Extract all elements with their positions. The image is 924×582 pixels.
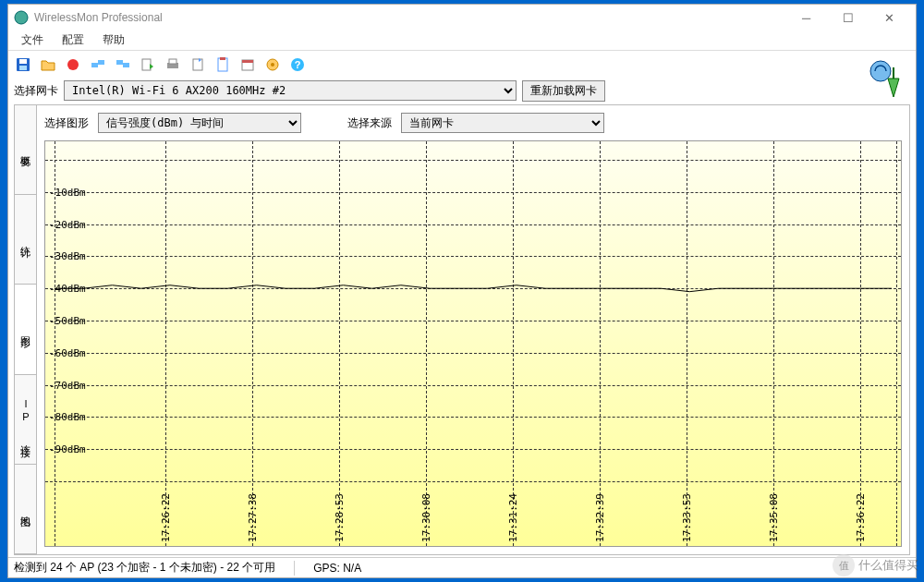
minimize-button[interactable]: ─: [785, 5, 827, 30]
source-label: 选择来源: [347, 115, 392, 131]
svg-rect-7: [116, 60, 123, 65]
tab-graph[interactable]: 图形: [15, 285, 36, 374]
tab-summary[interactable]: 概要: [15, 105, 36, 195]
svg-rect-11: [169, 59, 176, 64]
help-icon[interactable]: ?: [286, 54, 309, 76]
app-icon: [14, 10, 29, 25]
nic-select[interactable]: Intel(R) Wi-Fi 6 AX200 160MHz #2: [64, 80, 517, 101]
nic-label: 选择网卡: [14, 83, 58, 99]
window-controls: ─ ☐ ✕: [785, 5, 910, 30]
network1-icon[interactable]: [87, 54, 109, 76]
side-tabs: 概要 统计 图形 IP 连接 地图: [15, 105, 37, 554]
svg-rect-3: [19, 66, 27, 70]
save-icon[interactable]: [12, 54, 34, 76]
nic-row: 选择网卡 Intel(R) Wi-Fi 6 AX200 160MHz #2 重新…: [8, 79, 916, 103]
svg-point-4: [67, 59, 79, 70]
record-icon[interactable]: [62, 54, 84, 76]
statusbar: 检测到 24 个 AP (23 个加密 - 1 个未加密) - 22 个可用 G…: [8, 557, 916, 577]
svg-rect-12: [193, 59, 202, 70]
svg-rect-8: [123, 63, 129, 67]
signal-line: [55, 285, 892, 292]
menu-help[interactable]: 帮助: [93, 30, 134, 50]
chart-area: -10dBm-20dBm-30dBm-40dBm-50dBm-60dBm-70d…: [44, 140, 902, 547]
tab-stats[interactable]: 统计: [15, 195, 36, 285]
print-icon[interactable]: [162, 54, 184, 76]
source-select[interactable]: 当前网卡: [401, 113, 604, 133]
open-icon[interactable]: [37, 54, 59, 76]
svg-text:?: ?: [295, 59, 301, 70]
maximize-button[interactable]: ☐: [827, 5, 869, 30]
svg-rect-2: [19, 59, 27, 64]
network2-icon[interactable]: [112, 54, 134, 76]
reload-nic-button[interactable]: 重新加载网卡: [522, 80, 605, 102]
window-title: WirelessMon Professional: [34, 11, 785, 24]
content-area: 概要 统计 图形 IP 连接 地图 选择图形 信号强度(dBm) 与时间 选择来…: [14, 104, 910, 555]
chart-type-select[interactable]: 信号强度(dBm) 与时间: [98, 113, 301, 133]
menubar: 文件 配置 帮助: [8, 30, 916, 51]
status-ap: 检测到 24 个 AP (23 个加密 - 1 个未加密) - 22 个可用: [14, 560, 275, 576]
menu-file[interactable]: 文件: [12, 30, 53, 50]
calendar-icon[interactable]: [237, 54, 259, 76]
svg-rect-14: [220, 57, 225, 60]
svg-rect-16: [242, 60, 253, 63]
watermark-badge: 值: [833, 554, 855, 576]
svg-rect-6: [98, 60, 104, 65]
app-window: WirelessMon Professional ─ ☐ ✕ 文件 配置 帮助 …: [7, 4, 917, 578]
svg-point-0: [15, 11, 28, 24]
menu-config[interactable]: 配置: [53, 30, 93, 50]
antenna-icon: [866, 58, 906, 99]
chart-type-label: 选择图形: [44, 115, 89, 131]
main-panel: 选择图形 信号强度(dBm) 与时间 选择来源 当前网卡 -10dBm-20dB…: [37, 105, 909, 554]
close-button[interactable]: ✕: [869, 5, 910, 30]
svg-rect-5: [91, 63, 98, 67]
log-icon[interactable]: [187, 54, 209, 76]
watermark: 值 什么值得买: [833, 554, 918, 576]
settings-icon[interactable]: [261, 54, 284, 76]
svg-rect-9: [142, 59, 151, 70]
status-gps: GPS: N/A: [313, 562, 361, 575]
svg-point-18: [271, 63, 274, 67]
titlebar: WirelessMon Professional ─ ☐ ✕: [8, 5, 916, 30]
toolbar: ?: [8, 51, 916, 79]
control-row: 选择图形 信号强度(dBm) 与时间 选择来源 当前网卡: [44, 113, 902, 133]
tab-map[interactable]: 地图: [15, 465, 36, 554]
tab-ipconn[interactable]: IP 连接: [15, 375, 36, 465]
svg-rect-13: [218, 58, 227, 71]
watermark-text: 什么值得买: [858, 557, 918, 574]
checklist-icon[interactable]: [212, 54, 234, 76]
export-icon[interactable]: [137, 54, 159, 76]
